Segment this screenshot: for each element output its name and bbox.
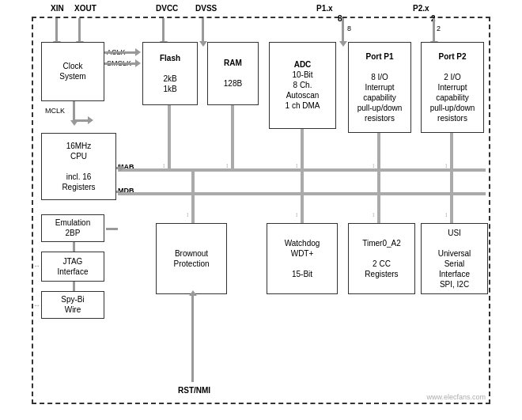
- arrow-ind-5: ↕: [444, 162, 448, 169]
- pin-p2x: P2.x: [413, 4, 429, 13]
- brownout-label: BrownoutProtection: [173, 248, 209, 269]
- port-p1-title: Port P1: [365, 51, 393, 62]
- block-cpu: 16MHzCPUincl. 16Registers: [41, 133, 116, 200]
- block-adc: ADC 10-Bit8 Ch.Autoscan1 ch DMA: [269, 42, 336, 129]
- bus-flash-v: [168, 105, 171, 168]
- block-port-p2: Port P2 2 I/OInterruptcapabilitypull-up/…: [421, 42, 484, 133]
- arrow-ind-9: ↕: [444, 211, 448, 218]
- arrow-p2x: [433, 18, 435, 42]
- arrow-spy-jtag: [73, 282, 75, 291]
- flash-title: Flash: [160, 53, 180, 63]
- arrow-emulation: [106, 228, 118, 230]
- p1-count-label: 8: [347, 25, 351, 32]
- bus-p1-v: [377, 133, 380, 172]
- pin-dvss: DVSS: [195, 4, 217, 13]
- adc-title: ADC: [294, 59, 312, 70]
- arrow-ind-7: ↕: [295, 211, 298, 218]
- bus-brownout-v: [191, 172, 195, 223]
- block-brownout: BrownoutProtection: [156, 223, 227, 294]
- pin-p1x: P1.x: [316, 4, 333, 13]
- block-watchdog: WatchdogWDT+15-Bit: [267, 223, 338, 294]
- arrow-cpu-mdb: [116, 191, 120, 193]
- arrow-dvss: [202, 18, 204, 42]
- port-p1-detail: 8 I/OInterruptcapabilitypull-up/downresi…: [357, 62, 403, 123]
- port-p2-detail: 2 I/OInterruptcapabilitypull-up/downresi…: [430, 62, 475, 123]
- bus-ram-v: [231, 105, 234, 168]
- pin-xin: XIN: [51, 4, 64, 13]
- timer0-label: Timer0_A22 CCRegisters: [362, 238, 401, 279]
- page: XIN XOUT DVCC DVSS P1.x 8 P2.x 2 8 2 Clo…: [0, 0, 522, 420]
- block-spy-bi-wire: Spy-BiWire: [41, 291, 104, 319]
- watchdog-label: WatchdogWDT+15-Bit: [285, 238, 320, 279]
- arrow-ind-6: ↕: [186, 211, 189, 218]
- arrow-ind-4: ↕: [372, 162, 375, 169]
- block-clock-system: ClockSystem: [41, 42, 104, 101]
- diagram-container: XIN XOUT DVCC DVSS P1.x 8 P2.x 2 8 2 Clo…: [32, 17, 490, 404]
- pin-dvcc: DVCC: [156, 4, 178, 13]
- arrow-ind-1: ↕: [162, 162, 165, 169]
- arrow-ind-8: ↕: [372, 211, 375, 218]
- jtag-arrow-left: ↔: [33, 262, 40, 270]
- p2-count-label: 2: [437, 25, 441, 32]
- bus-timer-v: [377, 172, 380, 223]
- rst-nmi-label: RST/NMI: [178, 386, 210, 395]
- block-port-p1: Port P1 8 I/OInterruptcapabilitypull-up/…: [348, 42, 411, 133]
- arrow-mclk-h: [73, 119, 89, 122]
- arrow-dvcc: [162, 18, 165, 42]
- arrow-mclk-v: [73, 101, 75, 121]
- jtag-label: JTAGInterface: [58, 256, 89, 277]
- arrow-smclk: [104, 62, 136, 65]
- ram-title: RAM: [224, 58, 242, 68]
- arrow-ind-2: ↕: [225, 162, 229, 169]
- watermark: www.elecfans.com: [426, 393, 486, 401]
- flash-detail: 2kB1kB: [163, 63, 176, 94]
- block-timer0: Timer0_A22 CCRegisters: [348, 223, 415, 294]
- pin-xout: XOUT: [74, 4, 96, 13]
- arrow-rst-nmi: [191, 295, 194, 382]
- usi-label: USIUniversalSerialInterfaceSPI, I2C: [438, 228, 471, 289]
- block-ram: RAM 128B: [207, 42, 259, 105]
- arrow-jtag-emulation: [73, 242, 75, 252]
- block-jtag: JTAGInterface: [41, 252, 104, 282]
- spy-bi-wire-label: Spy-BiWire: [61, 294, 84, 315]
- block-flash: Flash 2kB1kB: [142, 42, 198, 105]
- mclk-label: MCLK: [45, 107, 65, 115]
- arrow-p1x: [342, 18, 344, 42]
- bus-watchdog-v: [301, 172, 304, 223]
- ram-detail: 128B: [224, 68, 242, 89]
- bus-p2-v: [450, 133, 453, 172]
- arrow-cpu-mab: [116, 167, 120, 169]
- bus-usi-v: [450, 172, 453, 223]
- block-usi: USIUniversalSerialInterfaceSPI, I2C: [421, 223, 488, 294]
- bus-adc-v: [301, 129, 304, 172]
- spy-arrow-left: ↔: [33, 301, 40, 309]
- adc-detail: 10-Bit8 Ch.Autoscan1 ch DMA: [286, 70, 320, 111]
- cpu-label: 16MHzCPUincl. 16Registers: [62, 141, 95, 192]
- arrow-ind-3: ↕: [295, 162, 298, 169]
- emulation-label: Emulation2BP: [55, 218, 90, 238]
- clock-system-label: ClockSystem: [59, 61, 85, 81]
- arrow-aclk: [104, 51, 136, 54]
- port-p2-title: Port P2: [438, 51, 466, 62]
- arrow-xout: [78, 18, 81, 42]
- arrow-xin: [55, 18, 58, 42]
- block-emulation: Emulation2BP: [41, 214, 104, 242]
